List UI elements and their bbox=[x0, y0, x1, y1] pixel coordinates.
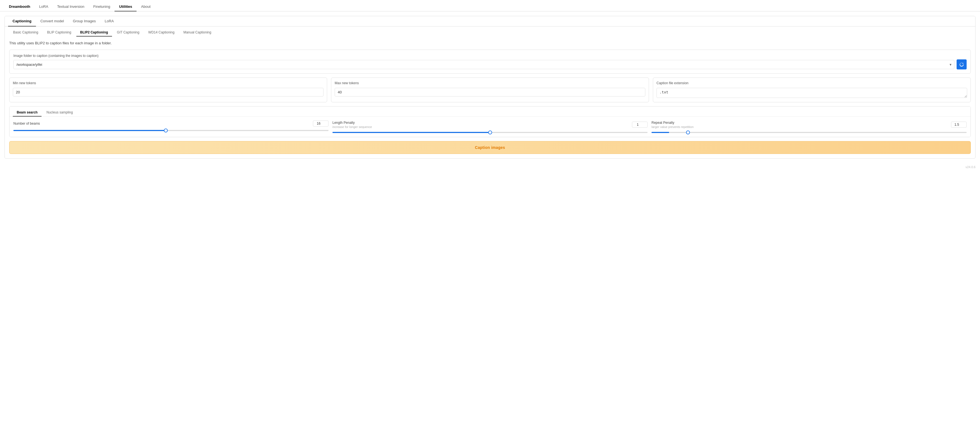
sub-tab-lora[interactable]: LoRA bbox=[100, 16, 118, 27]
main-content: Captioning Convert model Group Images Lo… bbox=[0, 11, 980, 163]
length-penalty-header: Length Penalty increase for longer seque… bbox=[332, 120, 648, 129]
refresh-button[interactable] bbox=[956, 59, 967, 69]
length-penalty-slider[interactable] bbox=[332, 132, 648, 133]
token-fields-row: Min new tokens Max new tokens Caption fi… bbox=[9, 78, 971, 102]
inner-tab-manual-captioning[interactable]: Manual Captioning bbox=[180, 29, 215, 37]
min-tokens-input[interactable] bbox=[13, 88, 323, 96]
length-penalty-labels: Length Penalty increase for longer seque… bbox=[332, 120, 372, 129]
method-content: Number of beams Length Penalty bbox=[10, 116, 970, 137]
nav-tab-dreambooth[interactable]: Dreambooth bbox=[5, 2, 35, 11]
num-beams-group: Number of beams bbox=[13, 120, 329, 133]
repeat-penalty-slider[interactable] bbox=[651, 132, 967, 133]
main-panel: Captioning Convert model Group Images Lo… bbox=[5, 16, 975, 159]
content-body: This utility uses BLIP2 to caption files… bbox=[5, 37, 975, 158]
image-folder-label: Image folder to caption (containing the … bbox=[13, 54, 967, 58]
image-folder-row: /workspace/yifei ▾ bbox=[13, 59, 967, 69]
num-beams-slider[interactable] bbox=[13, 130, 329, 131]
caption-extension-label: Caption file extension bbox=[657, 81, 967, 85]
sub-tab-captioning[interactable]: Captioning bbox=[8, 16, 36, 27]
min-tokens-label: Min new tokens bbox=[13, 81, 323, 85]
version-text: v24.0.6 bbox=[0, 163, 980, 171]
nav-tab-about[interactable]: About bbox=[137, 2, 155, 11]
caption-extension-input[interactable]: .txt bbox=[657, 88, 967, 98]
nav-tab-utilities[interactable]: Utilities bbox=[115, 2, 137, 11]
method-tab-beam-search[interactable]: Beam search bbox=[13, 109, 41, 116]
repeat-penalty-labels: Repeat Penalty larger value prevents rep… bbox=[651, 120, 694, 129]
method-tab-nucleus-sampling[interactable]: Nucleus sampling bbox=[43, 109, 77, 116]
sub-tabs: Captioning Convert model Group Images Lo… bbox=[5, 16, 975, 27]
length-penalty-sublabel: increase for longer sequence bbox=[332, 125, 372, 129]
repeat-penalty-header: Repeat Penalty larger value prevents rep… bbox=[651, 120, 967, 129]
length-penalty-value[interactable] bbox=[632, 121, 648, 128]
inner-tabs: Basic Captioning BLIP Captioning BLIP2 C… bbox=[5, 27, 975, 37]
max-tokens-group: Max new tokens bbox=[331, 78, 649, 102]
app-container: Dreambooth LoRA Textual Inversion Finetu… bbox=[0, 0, 980, 440]
inner-tab-blip2-captioning[interactable]: BLIP2 Captioning bbox=[76, 29, 112, 37]
inner-tab-blip-captioning[interactable]: BLIP Captioning bbox=[43, 29, 75, 37]
num-beams-value[interactable] bbox=[313, 120, 329, 127]
min-tokens-group: Min new tokens bbox=[9, 78, 327, 102]
max-tokens-input[interactable] bbox=[335, 88, 645, 96]
top-nav: Dreambooth LoRA Textual Inversion Finetu… bbox=[0, 0, 980, 11]
inner-tab-basic-captioning[interactable]: Basic Captioning bbox=[9, 29, 42, 37]
slider-row: Number of beams Length Penalty bbox=[13, 120, 967, 133]
nav-tab-lora[interactable]: LoRA bbox=[35, 2, 53, 11]
caption-btn-wrap: Caption images bbox=[9, 141, 971, 154]
max-tokens-label: Max new tokens bbox=[335, 81, 645, 85]
sub-tab-group-images[interactable]: Group Images bbox=[68, 16, 100, 27]
length-penalty-label: Length Penalty bbox=[332, 121, 355, 124]
repeat-penalty-sublabel: larger value prevents repetition bbox=[651, 125, 694, 129]
repeat-penalty-value[interactable] bbox=[951, 121, 967, 128]
caption-images-button[interactable]: Caption images bbox=[9, 141, 971, 154]
num-beams-label: Number of beams bbox=[13, 121, 40, 126]
inner-tab-wd14-captioning[interactable]: WD14 Captioning bbox=[144, 29, 178, 37]
nav-tab-finetuning[interactable]: Finetuning bbox=[89, 2, 115, 11]
sub-tab-convert-model[interactable]: Convert model bbox=[36, 16, 68, 27]
repeat-penalty-group: Repeat Penalty larger value prevents rep… bbox=[651, 120, 967, 133]
method-tabs: Beam search Nucleus sampling bbox=[10, 107, 970, 116]
nav-tab-textual-inversion[interactable]: Textual Inversion bbox=[52, 2, 89, 11]
image-folder-select-wrapper: /workspace/yifei ▾ bbox=[13, 60, 955, 69]
num-beams-header: Number of beams bbox=[13, 120, 329, 127]
inner-tab-git-captioning[interactable]: GIT Captioning bbox=[113, 29, 143, 37]
method-tabs-section: Beam search Nucleus sampling Number of b… bbox=[9, 106, 971, 137]
repeat-penalty-label: Repeat Penalty bbox=[651, 121, 675, 124]
description-text: This utility uses BLIP2 to caption files… bbox=[9, 41, 971, 45]
caption-extension-group: Caption file extension .txt bbox=[653, 78, 971, 102]
image-folder-section: Image folder to caption (containing the … bbox=[9, 49, 971, 73]
refresh-icon bbox=[959, 62, 964, 67]
image-folder-select[interactable]: /workspace/yifei bbox=[13, 60, 955, 69]
length-penalty-group: Length Penalty increase for longer seque… bbox=[332, 120, 648, 133]
